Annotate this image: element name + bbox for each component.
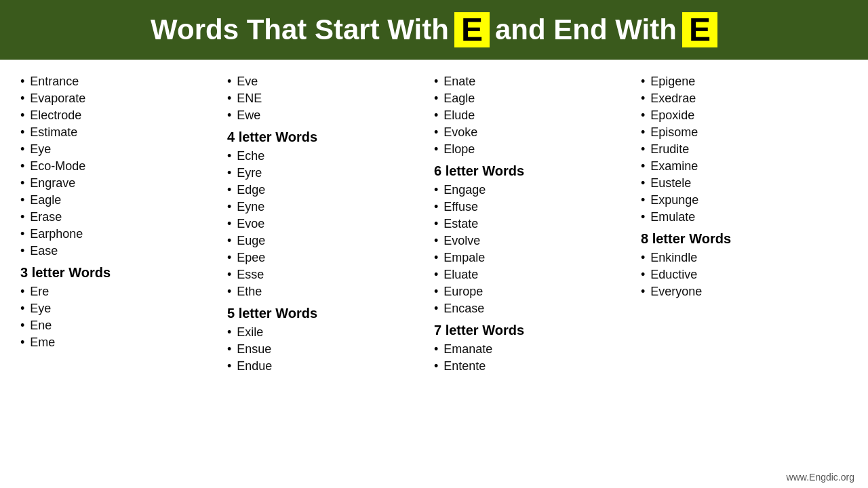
list-item: Estimate	[20, 124, 227, 141]
list-item: Enkindle	[641, 249, 848, 266]
list-item: Elude	[434, 107, 641, 124]
section-header-1-2: 3 letter Words	[20, 265, 227, 281]
list-item: Eluate	[434, 266, 641, 283]
list-item: Entrance	[20, 73, 227, 90]
word-list-4-1: EpigeneExedraeEpoxideEpisomeEruditeExami…	[641, 73, 848, 226]
list-item: Epoxide	[641, 107, 848, 124]
list-item: Endue	[227, 358, 434, 375]
list-item: Eagle	[20, 192, 227, 209]
list-item: Erudite	[641, 141, 848, 158]
word-list-4-2: EnkindleEductiveEveryone	[641, 249, 848, 300]
list-item: Eve	[227, 73, 434, 90]
list-item: ENE	[227, 90, 434, 107]
list-item: Engage	[434, 182, 641, 199]
footer-url: www.Engdic.org	[787, 472, 854, 483]
list-item: Evoke	[434, 124, 641, 141]
list-item: Enate	[434, 73, 641, 90]
list-item: Ere	[20, 283, 227, 300]
list-item: Effuse	[434, 199, 641, 216]
column-3: EnateEagleEludeEvokeElope6 letter WordsE…	[434, 73, 641, 375]
list-item: Euge	[227, 232, 434, 249]
word-list-2-1: EveENEEwe	[227, 73, 434, 124]
list-item: Empale	[434, 249, 641, 266]
list-item: Electrode	[20, 107, 227, 124]
list-item: Epigene	[641, 73, 848, 90]
header-prefix: Words That Start With	[151, 14, 449, 46]
list-item: Earphone	[20, 226, 227, 243]
list-item: Epee	[227, 249, 434, 266]
word-list-3-1: EnateEagleEludeEvokeElope	[434, 73, 641, 158]
column-4: EpigeneExedraeEpoxideEpisomeEruditeExami…	[641, 73, 848, 375]
list-item: Europe	[434, 283, 641, 300]
header-letter2: E	[682, 12, 717, 47]
word-list-1-2: EreEyeEneEme	[20, 283, 227, 351]
section-header-2-3: 5 letter Words	[227, 306, 434, 321]
column-2: EveENEEwe4 letter WordsEcheEyreEdgeEyneE…	[227, 73, 434, 375]
list-item: Evaporate	[20, 90, 227, 107]
list-item: Eye	[20, 141, 227, 158]
word-list-3-2: EngageEffuseEstateEvolveEmpaleEluateEuro…	[434, 182, 641, 317]
column-1: EntranceEvaporateElectrodeEstimateEyeEco…	[20, 73, 227, 375]
header-title: Words That Start With E and End With E	[151, 12, 717, 47]
list-item: Eye	[20, 300, 227, 317]
list-item: Ewe	[227, 107, 434, 124]
list-item: Ensue	[227, 341, 434, 358]
list-item: Examine	[641, 158, 848, 175]
list-item: Eagle	[434, 90, 641, 107]
word-list-3-3: EmanateEntente	[434, 341, 641, 375]
list-item: Exile	[227, 324, 434, 341]
section-header-2-2: 4 letter Words	[227, 129, 434, 145]
list-item: Elope	[434, 141, 641, 158]
list-item: Eme	[20, 334, 227, 351]
list-item: Everyone	[641, 283, 848, 300]
section-header-3-3: 7 letter Words	[434, 323, 641, 338]
list-item: Entente	[434, 358, 641, 375]
section-header-4-2: 8 letter Words	[641, 231, 848, 247]
list-item: Esse	[227, 266, 434, 283]
list-item: Eco-Mode	[20, 158, 227, 175]
page-header: Words That Start With E and End With E	[0, 0, 868, 60]
list-item: Episome	[641, 124, 848, 141]
word-list-1-1: EntranceEvaporateElectrodeEstimateEyeEco…	[20, 73, 227, 260]
list-item: Expunge	[641, 192, 848, 209]
list-item: Evoe	[227, 216, 434, 232]
list-item: Eyne	[227, 199, 434, 216]
list-item: Ethe	[227, 283, 434, 300]
list-item: Edge	[227, 182, 434, 199]
list-item: Eustele	[641, 175, 848, 192]
section-header-3-2: 6 letter Words	[434, 163, 641, 179]
list-item: Emanate	[434, 341, 641, 358]
list-item: Estate	[434, 216, 641, 232]
list-item: Eyre	[227, 165, 434, 182]
list-item: Emulate	[641, 209, 848, 226]
list-item: Encase	[434, 300, 641, 317]
header-letter1: E	[454, 12, 490, 47]
content-area: EntranceEvaporateElectrodeEstimateEyeEco…	[0, 60, 868, 382]
header-middle: and End With	[495, 14, 677, 46]
list-item: Erase	[20, 209, 227, 226]
list-item: Engrave	[20, 175, 227, 192]
word-list-2-3: ExileEnsueEndue	[227, 324, 434, 375]
list-item: Ene	[20, 317, 227, 334]
list-item: Eductive	[641, 266, 848, 283]
list-item: Evolve	[434, 232, 641, 249]
list-item: Ease	[20, 243, 227, 260]
word-list-2-2: EcheEyreEdgeEyneEvoeEugeEpeeEsseEthe	[227, 148, 434, 300]
list-item: Eche	[227, 148, 434, 165]
list-item: Exedrae	[641, 90, 848, 107]
